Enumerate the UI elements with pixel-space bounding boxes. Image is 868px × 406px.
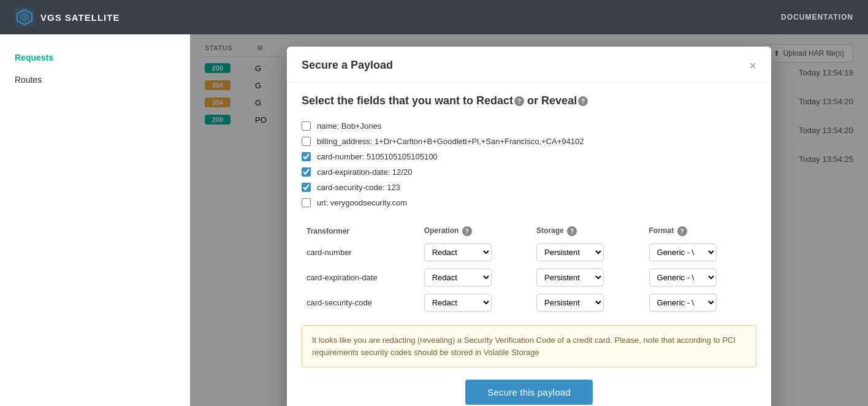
- content-area: ⬆ Upload HAR file(s) STATUS M 200 G 304 …: [190, 34, 868, 406]
- col-format: Format ?: [644, 223, 756, 240]
- help-icon-redact[interactable]: ?: [514, 96, 524, 106]
- field-item-name: name: Bob+Jones: [302, 118, 756, 134]
- field-checkbox-billing-address[interactable]: [302, 137, 311, 146]
- warning-box: It looks like you are redacting (reveali…: [302, 325, 756, 367]
- modal-header: Secure a Payload ×: [287, 47, 771, 82]
- col-transformer: Transformer: [302, 223, 419, 240]
- logo-text: VGS SATELLITE: [40, 12, 120, 23]
- storage-select-card-security-code[interactable]: Persistent Volatile: [536, 294, 604, 312]
- field-label-card-number: card-number: 5105105105105100: [317, 152, 438, 161]
- operation-select-card-expiration-date[interactable]: Redact Reveal: [424, 269, 492, 286]
- field-list: name: Bob+Jones billing_address: 1+Dr+Ca…: [302, 118, 756, 210]
- transformer-row-card-expiration-date: card-expiration-date Redact Reveal: [302, 265, 756, 290]
- modal-overlay: Secure a Payload × Select the fields tha…: [190, 34, 868, 406]
- help-icon-storage[interactable]: ?: [567, 226, 577, 236]
- field-item-card-expiration-date: card-expiration-date: 12/20: [302, 164, 756, 180]
- format-select-card-expiration-date[interactable]: Generic - \ Other: [649, 269, 717, 286]
- redact-label: Redact: [476, 94, 513, 107]
- field-checkbox-card-expiration-date[interactable]: [302, 167, 311, 177]
- storage-select-card-number[interactable]: Persistent Volatile: [536, 243, 604, 261]
- logo: VGS SATELLITE: [15, 7, 120, 27]
- or-label: or: [524, 94, 541, 107]
- sidebar-item-routes[interactable]: Routes: [0, 69, 190, 91]
- help-icon-format[interactable]: ?: [677, 226, 687, 236]
- field-label-url: url: verygoodsecurity.com: [317, 198, 407, 207]
- storage-select-card-expiration-date[interactable]: Persistent Volatile: [536, 269, 604, 286]
- transformer-table: Transformer Operation ? Storage ?: [302, 223, 756, 315]
- col-storage: Storage ?: [531, 223, 644, 240]
- field-item-billing-address: billing_address: 1+Dr+Carlton+B+Goodlett…: [302, 134, 756, 149]
- field-checkbox-card-number[interactable]: [302, 152, 311, 161]
- transformer-name-card-expiration-date: card-expiration-date: [302, 265, 419, 290]
- operation-select-card-security-code[interactable]: Redact Reveal: [424, 294, 492, 312]
- help-icon-reveal[interactable]: ?: [578, 96, 588, 106]
- field-checkbox-url[interactable]: [302, 198, 311, 207]
- modal-close-button[interactable]: ×: [749, 59, 756, 72]
- main-layout: Requests Routes ⬆ Upload HAR file(s) STA…: [0, 34, 868, 406]
- transformer-name-card-number: card-number: [302, 240, 419, 265]
- field-item-url: url: verygoodsecurity.com: [302, 195, 756, 210]
- vgs-logo-icon: [15, 7, 34, 27]
- sidebar-item-requests[interactable]: Requests: [0, 47, 190, 69]
- field-label-name: name: Bob+Jones: [317, 121, 381, 131]
- transformer-row-card-number: card-number Redact Reveal Persis: [302, 240, 756, 265]
- field-checkbox-name[interactable]: [302, 121, 311, 131]
- transformer-name-card-security-code: card-security-code: [302, 290, 419, 315]
- modal-body: Select the fields that you want to Redac…: [287, 82, 771, 406]
- transformer-row-card-security-code: card-security-code Redact Reveal: [302, 290, 756, 315]
- section-title-prefix: Select the fields that you want to: [302, 94, 476, 107]
- section-title: Select the fields that you want to Redac…: [302, 94, 756, 107]
- field-checkbox-card-security-code[interactable]: [302, 183, 311, 192]
- format-select-card-number[interactable]: Generic - \ Other: [649, 243, 717, 261]
- secure-payload-button[interactable]: Secure this payload: [465, 380, 593, 405]
- reveal-label: Reveal: [541, 94, 577, 107]
- field-item-card-number: card-number: 5105105105105100: [302, 149, 756, 164]
- topbar: VGS SATELLITE DOCUMENTATION: [0, 0, 868, 34]
- field-label-card-security-code: card-security-code: 123: [317, 183, 400, 192]
- modal-title: Secure a Payload: [302, 59, 393, 72]
- field-label-card-expiration-date: card-expiration-date: 12/20: [317, 167, 412, 177]
- field-item-card-security-code: card-security-code: 123: [302, 180, 756, 195]
- documentation-link[interactable]: DOCUMENTATION: [781, 13, 853, 21]
- field-label-billing-address: billing_address: 1+Dr+Carlton+B+Goodlett…: [317, 137, 584, 146]
- modal: Secure a Payload × Select the fields tha…: [287, 47, 771, 406]
- warning-text: It looks like you are redacting (reveali…: [312, 335, 736, 357]
- col-operation: Operation ?: [419, 223, 531, 240]
- format-select-card-security-code[interactable]: Generic - \ Other: [649, 294, 717, 312]
- sidebar: Requests Routes: [0, 34, 190, 406]
- operation-select-card-number[interactable]: Redact Reveal: [424, 243, 492, 261]
- help-icon-operation[interactable]: ?: [462, 226, 472, 236]
